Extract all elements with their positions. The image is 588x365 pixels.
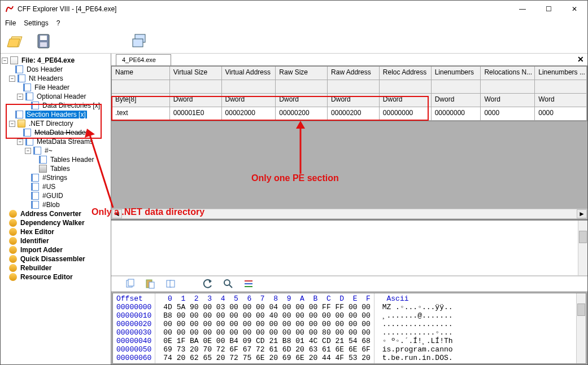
tree-tables-header[interactable]: Tables Header [49,156,95,164]
tree-htilde[interactable]: #~ [43,147,54,155]
tool-icon [9,246,17,254]
header-icon [39,156,47,164]
section-grid-wrap: Name Virtual Size Virtual Address Raw Si… [111,66,587,219]
col-linen[interactable]: Linenumbers [432,67,481,80]
tables-icon [39,165,47,173]
collapse-icon[interactable]: − [25,148,31,154]
tool-icon [9,228,17,236]
scroll-left-icon[interactable]: ◄ [112,209,122,218]
close-button[interactable]: ✕ [561,1,587,17]
tree-optional-header[interactable]: Optional Header [36,93,87,100]
open-icon[interactable] [6,32,24,50]
tree-nt-headers[interactable]: Nt Headers [28,74,64,82]
preview-vscrollbar[interactable] [578,221,587,275]
tree-file-header[interactable]: File Header [33,83,71,91]
svg-point-14 [224,280,230,285]
col-name[interactable]: Name [112,67,170,80]
col-raddr[interactable]: Raw Address [328,67,380,80]
col-rsize[interactable]: Raw Size [276,67,328,80]
tree-net-directory[interactable]: .NET Directory [28,120,74,127]
collapse-icon[interactable]: − [17,94,23,100]
menu-help[interactable]: ? [56,19,60,27]
collapse-icon[interactable]: − [9,76,15,82]
tree-import-adder[interactable]: Import Adder [19,246,64,254]
tree-root[interactable]: File: 4_PE64.exe [20,56,76,64]
annotation-section: Only one PE section [251,173,339,183]
annotation-arrow-up [292,121,309,174]
list-icon[interactable] [243,279,254,289]
scroll-right-icon[interactable]: ► [577,209,587,218]
menu-settings[interactable]: Settings [24,19,48,27]
header-icon [23,83,31,91]
header-icon [15,111,23,118]
clipboard-icon[interactable] [165,279,176,289]
header-icon [25,138,33,146]
save-icon[interactable] [34,32,53,50]
grid-data-row[interactable]: .text 000001E0 00002000 00000200 0000020… [112,107,587,121]
tool-icon [9,264,17,272]
tab-close-icon[interactable]: ✕ [577,55,584,64]
app-icon [5,5,14,14]
window-title: CFF Explorer VIII - [4_PE64.exe] [18,5,509,13]
col-linen2[interactable]: Linenumbers ... [535,67,587,80]
tab-file[interactable]: 4_PE64.exe [116,54,171,65]
col-vaddr[interactable]: Virtual Address [222,67,276,80]
tree-metadata-header[interactable]: MetaData Header [33,129,89,137]
svg-rect-1 [40,36,47,40]
search-icon[interactable] [223,279,233,289]
tree-dos-header[interactable]: Dos Header [25,65,64,73]
hex-bytes-col[interactable]: 0 1 2 3 4 5 6 7 8 9 A B C D E F 4D 5A 90… [155,293,374,363]
section-grid[interactable]: Name Virtual Size Virtual Address Raw Si… [111,66,587,121]
tree-dependency-walker[interactable]: Dependency Walker [19,219,86,227]
tree-us[interactable]: #US [41,183,56,191]
tree-blob[interactable]: #Blob [41,201,61,209]
header-icon [18,74,25,82]
grid-hscrollbar[interactable]: ◄ ► [111,209,587,219]
tree-rebuilder[interactable]: Rebuilder [19,264,53,272]
tool-icon [9,255,17,263]
col-vsize[interactable]: Virtual Size [170,67,222,80]
tree-address-converter[interactable]: Address Converter [19,210,82,218]
menu-file[interactable]: File [5,19,16,27]
svg-rect-8 [128,279,134,286]
header-icon [33,147,41,155]
hex-vscrollbar[interactable] [576,293,586,363]
svg-rect-4 [133,39,143,47]
minimize-button[interactable]: — [509,1,535,17]
svg-line-15 [229,285,232,288]
header-icon [15,65,23,73]
windows-icon[interactable] [130,32,149,50]
tree-data-directories[interactable]: Data Directories [x] [41,102,101,109]
collapse-icon[interactable]: − [2,58,8,64]
tree-hex-editor[interactable]: Hex Editor [19,228,55,236]
paste-icon[interactable] [145,279,155,289]
header-icon [23,129,31,137]
tree-section-headers[interactable]: Section Headers [x] [25,111,87,118]
collapse-icon[interactable]: − [9,121,15,127]
tree-metadata-streams[interactable]: MetaData Streams [36,138,94,146]
tool-icon [9,210,17,218]
tree-strings[interactable]: #Strings [41,174,68,182]
tree-identifier[interactable]: Identifier [19,237,50,245]
maximize-button[interactable]: ☐ [535,1,561,17]
tree-resource-editor[interactable]: Resource Editor [19,273,74,281]
hex-offset-col: Offset 00000000 00000010 00000020 000000… [113,293,155,363]
tree-guid[interactable]: #GUID [41,192,64,200]
hex-ascii-col[interactable]: Ascii MZ .◦...◦...ÿÿ.. ¸.......@....... … [374,293,456,363]
grid-blank-row [112,80,587,94]
tree-tables[interactable]: Tables [49,165,71,173]
header-icon [25,93,33,100]
collapse-icon[interactable]: − [17,139,23,145]
tree-quick-disassembler[interactable]: Quick Disassembler [19,255,86,263]
header-icon [31,201,39,209]
menubar: File Settings ? [1,17,587,29]
col-reloc[interactable]: Reloc Address [380,67,432,80]
hex-view[interactable]: Offset 00000000 00000010 00000020 000000… [112,293,586,364]
copy-icon[interactable] [125,279,135,289]
col-relocn[interactable]: Relocations N... [481,67,535,80]
undo-icon[interactable] [203,279,213,289]
header-icon [31,183,39,191]
svg-rect-10 [149,282,154,288]
tree-view[interactable]: −File: 4_PE64.exe Dos Header −Nt Headers… [1,54,111,365]
tool-icon [9,273,17,281]
